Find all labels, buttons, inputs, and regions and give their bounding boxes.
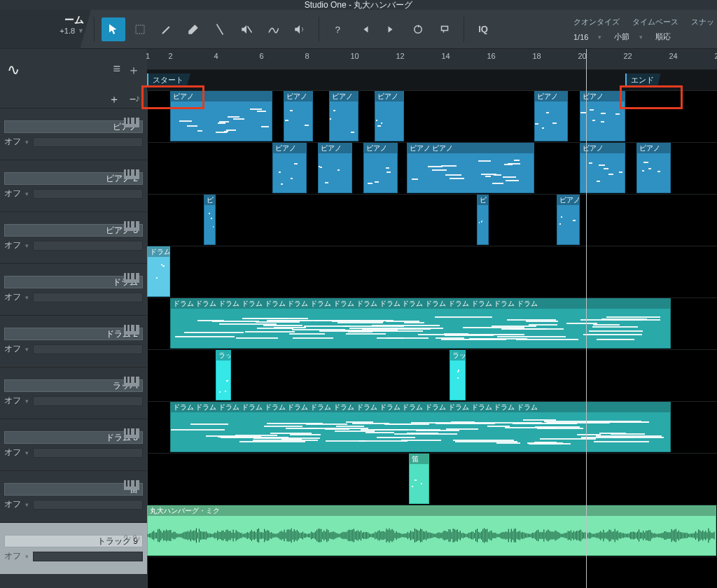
automation-param-slot[interactable] (33, 137, 143, 147)
midi-clip[interactable]: ピアノ (636, 143, 671, 193)
midi-clip[interactable]: ピアノ (272, 143, 307, 193)
snap-select[interactable]: 順応 (655, 31, 671, 42)
zoom-value[interactable]: +1.8▼ (60, 27, 84, 35)
automation-param-slot[interactable] (33, 241, 143, 251)
track-header[interactable]: ピアノ 3 オフ▾ (0, 211, 147, 263)
track-header[interactable]: トラック 9 オフ▾ ∿∿ (0, 522, 147, 574)
midi-clip[interactable]: ドラム (147, 246, 170, 297)
track-lane[interactable]: ドラム (147, 246, 717, 298)
svg-rect-283 (498, 534, 499, 538)
automation-param-slot[interactable] (33, 293, 143, 302)
midi-clip[interactable]: ドラム ドラム ドラム ドラム ドラム ドラム ドラム ドラム ドラム ドラム … (170, 298, 671, 349)
track-header[interactable]: ピアノ 2 オフ▾ (0, 160, 147, 211)
midi-clip[interactable]: ピアノ (363, 143, 398, 193)
midi-clip[interactable]: ピ (477, 195, 488, 245)
automation-mode[interactable]: オフ (4, 550, 21, 562)
track-lane[interactable]: 丸大ハンバーグ・ミク (147, 505, 717, 557)
zoom-panel[interactable]: ーム +1.8▼ (0, 10, 91, 49)
automation-mode[interactable]: オフ (4, 291, 21, 303)
svg-rect-21 (126, 325, 127, 331)
automation-mode[interactable]: オフ (4, 447, 21, 458)
automation-curve-icon[interactable]: ∿ (7, 61, 20, 79)
svg-rect-350 (593, 534, 594, 538)
track-lane[interactable]: 笛 (147, 454, 717, 505)
iq-button[interactable]: IQ (471, 18, 495, 41)
bar-ruler[interactable]: 12468101214161820222426 (147, 49, 717, 70)
midi-clip[interactable]: ピアノ (557, 195, 580, 245)
track-lane[interactable]: ラッラッ (147, 350, 717, 402)
automation-param-slot[interactable] (33, 344, 143, 354)
marker-note-icon[interactable]: ♪ (135, 92, 140, 104)
midi-clip[interactable]: ピアノ ピアノ (407, 143, 534, 193)
track-header[interactable]: ドラム オフ▾ (0, 263, 147, 315)
midi-clip[interactable]: ラッ (216, 350, 232, 400)
automation-param-slot[interactable] (33, 189, 143, 199)
automation-mode[interactable]: オフ (4, 343, 21, 355)
midi-clip[interactable]: ラッ (450, 350, 466, 400)
marquee-tool[interactable] (128, 18, 152, 41)
midi-clip[interactable]: 笛 (409, 454, 429, 504)
track-lane[interactable]: ピアノピアノピアノピアノ ピアノピアノピアノ (147, 143, 717, 195)
punch-icon[interactable] (433, 18, 457, 41)
svg-rect-241 (438, 532, 439, 538)
help-icon[interactable]: ? (326, 18, 350, 41)
eraser-tool[interactable] (181, 18, 205, 41)
svg-rect-391 (651, 533, 652, 539)
midi-clip[interactable]: ピアノ (170, 91, 272, 141)
timebase-select[interactable]: 小節▾ (614, 31, 643, 42)
automation-param-slot[interactable] (33, 500, 143, 510)
svg-rect-182 (355, 531, 356, 540)
add-track-button[interactable]: ＋ (109, 92, 120, 107)
svg-rect-236 (431, 533, 432, 538)
snap-start-icon[interactable] (353, 18, 377, 41)
listen-tool[interactable] (288, 18, 312, 41)
automation-mode[interactable]: オフ (4, 395, 21, 407)
automation-mode[interactable]: オフ (4, 239, 21, 251)
track-lane[interactable]: ドラム ドラム ドラム ドラム ドラム ドラム ドラム ドラム ドラム ドラム … (147, 298, 717, 350)
svg-rect-51 (169, 530, 169, 541)
track-lane[interactable]: ドラム ドラム ドラム ドラム ドラム ドラム ドラム ドラム ドラム ドラム … (147, 402, 717, 454)
arrow-tool[interactable] (102, 18, 125, 41)
automation-mode[interactable]: オフ (4, 498, 21, 510)
clip-label: ラッ (450, 351, 465, 360)
midi-clip[interactable]: ドラム ドラム ドラム ドラム ドラム ドラム ドラム ドラム ドラム ドラム … (170, 402, 671, 452)
pencil-tool[interactable] (155, 18, 179, 41)
marker[interactable]: スタート (147, 74, 190, 86)
track-lane[interactable]: ピピピアノ (147, 195, 717, 246)
svg-rect-46 (162, 533, 162, 539)
slice-tool[interactable] (208, 18, 232, 41)
midi-clip[interactable]: ピ (204, 195, 215, 245)
automation-param-slot[interactable] (33, 448, 143, 458)
automation-mode[interactable]: オフ (4, 188, 21, 200)
track-header[interactable]: ドラム 3 オフ▾ (0, 419, 147, 470)
svg-rect-381 (637, 531, 638, 539)
audio-clip[interactable]: 丸大ハンバーグ・ミク (147, 505, 716, 556)
midi-clip[interactable]: ピアノ (329, 91, 358, 141)
playhead[interactable] (586, 49, 587, 588)
midi-clip[interactable]: ピアノ (284, 91, 313, 141)
svg-rect-99 (237, 531, 238, 540)
track-header[interactable]: ピアノ オフ▾ (0, 108, 147, 160)
track-lane[interactable]: ピアノピアノピアノピアノピアノピアノ (147, 91, 717, 143)
loop-icon[interactable] (406, 18, 430, 41)
track-header[interactable]: 笛 オフ▾ (0, 470, 147, 522)
add-automation-icon[interactable]: ＋ (127, 62, 140, 78)
track-header[interactable]: ラッパ オフ▾ (0, 367, 147, 419)
midi-clip[interactable]: ピアノ (534, 91, 569, 141)
clip-lanes[interactable]: ピアノピアノピアノピアノピアノピアノピアノピアノピアノピアノ ピアノピアノピアノ… (147, 91, 717, 588)
automation-mode[interactable]: オフ (4, 136, 21, 148)
marker-lane[interactable]: スタートエンド (147, 70, 717, 91)
automation-param-slot[interactable] (33, 552, 143, 561)
automation-param-slot[interactable] (33, 396, 143, 406)
track-header[interactable]: ドラム 2 オフ▾ (0, 315, 147, 367)
bend-tool[interactable] (261, 18, 285, 41)
marker[interactable]: エンド (625, 74, 661, 86)
mute-tool[interactable] (235, 18, 258, 41)
list-view-icon[interactable]: ≡ (113, 62, 120, 78)
midi-clip[interactable]: ピアノ (375, 91, 404, 141)
midi-clip[interactable]: ピアノ (318, 143, 352, 193)
snap-end-icon[interactable] (380, 18, 403, 41)
svg-rect-365 (615, 529, 615, 542)
quantize-select[interactable]: 1/16▾ (573, 31, 601, 42)
arrangement-view[interactable]: 12468101214161820222426 スタートエンド ピアノピアノピア… (147, 49, 717, 588)
